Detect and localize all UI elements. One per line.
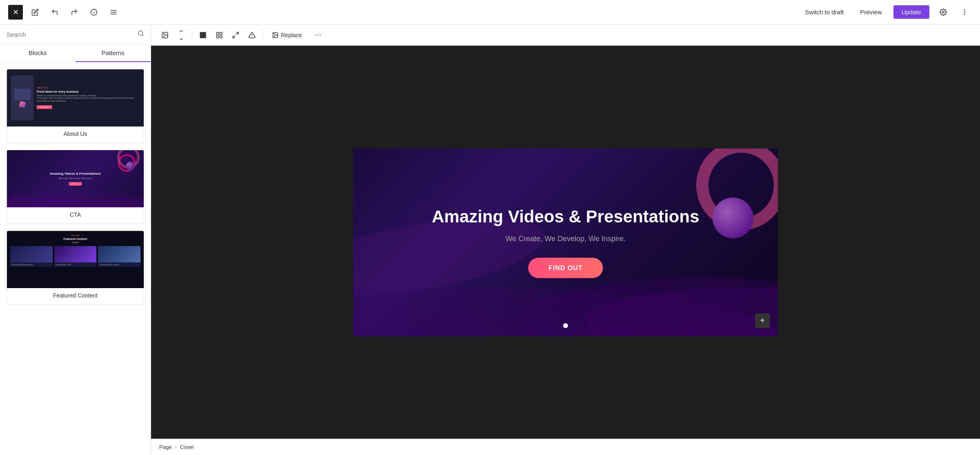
preview-about-graphic	[11, 75, 33, 120]
svg-rect-16	[220, 32, 222, 34]
featured-card-2: How Investing in Self-	[54, 246, 97, 267]
featured-card-text-1: Custom Onboarding Strategy:	[10, 262, 53, 267]
arrow-buttons	[174, 27, 189, 43]
toolbar-right: Switch to draft Preview Update	[800, 5, 972, 20]
pattern-preview-featured: TAGLINE Featured Content Subtitle Custom…	[7, 231, 144, 288]
tabs-container: Blocks Patterns	[0, 44, 151, 62]
hero-content: Amazing Videos & Presentations We Create…	[432, 206, 699, 278]
menu-button[interactable]	[106, 5, 121, 20]
featured-card-text-3: 7 Productivity Tips to Avoid	[98, 262, 140, 267]
svg-point-8	[964, 12, 965, 13]
cta-sphere-deco	[126, 162, 135, 171]
replace-label: Replace	[281, 32, 302, 38]
breadcrumb: Page › Cover	[151, 439, 980, 455]
slide-indicator	[563, 323, 568, 328]
pattern-preview-cta: Amazing Videos & Presentations We Create…	[7, 150, 144, 207]
preview-about-title: Fresh ideas for every business	[37, 90, 140, 93]
tab-patterns[interactable]: Patterns	[76, 44, 151, 62]
switch-draft-button[interactable]: Switch to draft	[800, 6, 849, 18]
breadcrumb-separator: ›	[175, 444, 176, 450]
sidebar: Blocks Patterns ABOUT US Fr	[0, 24, 151, 455]
search-input[interactable]	[7, 31, 134, 38]
svg-rect-17	[216, 36, 218, 38]
preview-button[interactable]: Preview	[855, 6, 886, 18]
preview-about-text: ABOUT US Fresh ideas for every business …	[37, 87, 140, 110]
update-button[interactable]: Update	[893, 5, 929, 19]
undo-button[interactable]	[47, 5, 62, 20]
cta-wave-deco	[7, 191, 144, 207]
hero-title: Amazing Videos & Presentations	[432, 206, 699, 226]
cta-title: Amazing Videos & Presentations	[50, 172, 101, 175]
featured-card-img-3	[98, 246, 140, 262]
pattern-label-about-us: About Us	[7, 127, 144, 143]
preview-cube-icon	[19, 101, 26, 108]
warning-button[interactable]	[245, 28, 259, 42]
pattern-card-featured[interactable]: TAGLINE Featured Content Subtitle Custom…	[7, 231, 144, 305]
cta-btn: FIND OUT	[69, 182, 82, 186]
canvas-area: Amazing Videos & Presentations We Create…	[151, 46, 980, 439]
image-block-button[interactable]	[158, 28, 172, 42]
featured-card-img-2	[54, 246, 97, 262]
featured-card-text-2: How Investing in Self-	[54, 262, 97, 267]
redo-button[interactable]	[67, 5, 82, 20]
move-down-button[interactable]	[174, 35, 189, 43]
pattern-card-about-us[interactable]: ABOUT US Fresh ideas for every business …	[7, 69, 144, 143]
fullwidth-button[interactable]	[228, 28, 243, 42]
add-block-button[interactable]: +	[755, 313, 770, 328]
move-up-button[interactable]	[174, 27, 189, 35]
svg-point-9	[964, 14, 965, 15]
settings-button[interactable]	[936, 5, 951, 20]
content-area: Replace Amazing	[151, 24, 980, 455]
svg-rect-14	[200, 32, 206, 38]
search-icon	[138, 30, 144, 38]
more-options-button[interactable]	[957, 5, 972, 20]
sphere-decoration	[713, 198, 753, 238]
featured-title: Featured Content	[10, 237, 140, 240]
align-black-button[interactable]	[196, 28, 210, 42]
svg-rect-18	[220, 36, 222, 38]
main-layout: Blocks Patterns ABOUT US Fr	[0, 24, 980, 455]
svg-point-27	[320, 34, 321, 35]
cta-subtitle: We Create, We Develop, We Inspire.	[59, 177, 92, 180]
sidebar-scroll-container: Blocks Patterns ABOUT US Fr	[0, 24, 151, 455]
featured-card-1: Custom Onboarding Strategy:	[10, 246, 53, 267]
svg-point-7	[964, 10, 965, 11]
block-more-button[interactable]	[311, 28, 325, 42]
pattern-preview-about-us: ABOUT US Fresh ideas for every business …	[7, 69, 144, 127]
block-toolbar: Replace	[151, 24, 980, 46]
pattern-label-cta: CTA	[7, 207, 144, 224]
featured-card-img-1	[10, 246, 53, 262]
featured-sub: Subtitle	[10, 241, 140, 244]
svg-line-20	[233, 36, 235, 38]
hero-subtitle: We Create, We Develop, We Inspire.	[432, 234, 699, 243]
pen-icon-button[interactable]	[28, 5, 42, 20]
toolbar-divider-1	[192, 30, 192, 40]
preview-laptop-icon	[14, 89, 31, 100]
featured-card-3: 7 Productivity Tips to Avoid	[98, 246, 140, 267]
svg-line-11	[142, 35, 143, 36]
tab-blocks[interactable]: Blocks	[0, 44, 76, 62]
preview-about-body2: Lorem ipsum dolor sit amet, consectetur …	[37, 97, 140, 102]
hero-cta-button[interactable]: FIND OUT	[528, 257, 603, 278]
grid-view-button[interactable]	[212, 28, 227, 42]
svg-rect-15	[216, 32, 218, 34]
svg-point-6	[942, 11, 944, 13]
hero-block[interactable]: Amazing Videos & Presentations We Create…	[353, 149, 778, 336]
replace-button[interactable]: Replace	[266, 29, 307, 41]
sidebar-content: Blocks Patterns ABOUT US Fr	[0, 24, 151, 455]
toolbar-left: ✕	[8, 5, 121, 20]
svg-point-24	[274, 33, 275, 34]
close-button[interactable]: ✕	[8, 5, 23, 20]
preview-about-tag: ABOUT US	[37, 87, 140, 89]
featured-cards: Custom Onboarding Strategy: How Investin…	[10, 246, 140, 267]
info-button[interactable]	[87, 5, 101, 20]
toolbar-divider-2	[263, 30, 263, 40]
svg-line-19	[236, 32, 238, 34]
pattern-label-featured: Featured Content	[7, 288, 144, 304]
preview-about-btn: GET STARTED	[37, 105, 52, 109]
svg-point-26	[318, 34, 318, 35]
featured-tag: TAGLINE	[10, 234, 140, 237]
breadcrumb-cover[interactable]: Cover	[180, 444, 194, 450]
breadcrumb-page[interactable]: Page	[159, 444, 172, 450]
pattern-card-cta[interactable]: Amazing Videos & Presentations We Create…	[7, 150, 144, 224]
